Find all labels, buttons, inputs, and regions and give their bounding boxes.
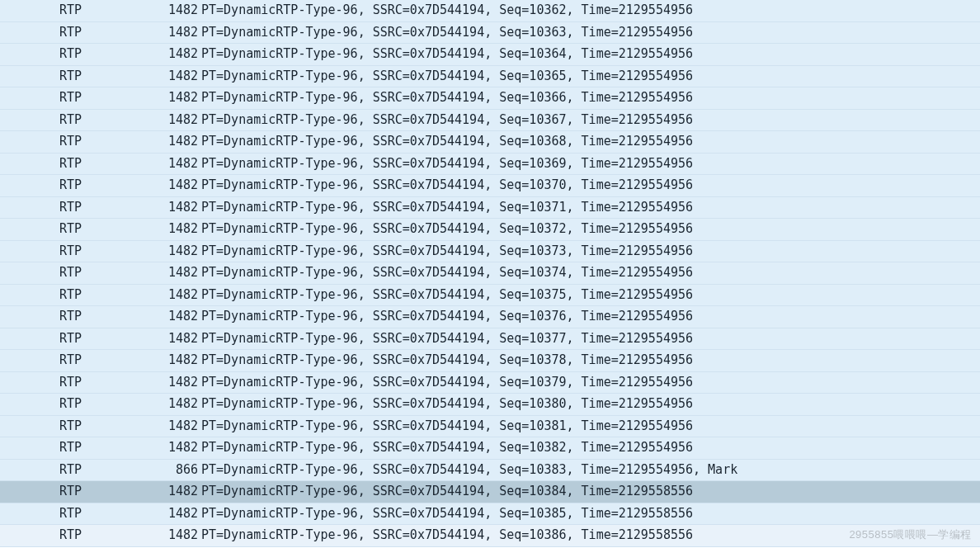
packet-protocol: RTP bbox=[59, 416, 148, 437]
packet-length: 1482 bbox=[148, 154, 200, 175]
packet-info: PT=DynamicRTP-Type-96, SSRC=0x7D544194, … bbox=[200, 481, 980, 503]
packet-row[interactable]: RTP1482PT=DynamicRTP-Type-96, SSRC=0x7D5… bbox=[0, 437, 980, 460]
packet-row[interactable]: RTP1482PT=DynamicRTP-Type-96, SSRC=0x7D5… bbox=[0, 525, 980, 547]
packet-row[interactable]: RTP1482PT=DynamicRTP-Type-96, SSRC=0x7D5… bbox=[0, 503, 980, 526]
packet-length: 1482 bbox=[148, 87, 200, 109]
packet-length: 1482 bbox=[148, 306, 200, 328]
packet-length: 866 bbox=[148, 460, 200, 481]
packet-row[interactable]: RTP1482PT=DynamicRTP-Type-96, SSRC=0x7D5… bbox=[0, 219, 980, 241]
packet-row[interactable]: RTP1482PT=DynamicRTP-Type-96, SSRC=0x7D5… bbox=[0, 481, 980, 503]
packet-length: 1482 bbox=[148, 372, 200, 394]
packet-row[interactable]: RTP1482PT=DynamicRTP-Type-96, SSRC=0x7D5… bbox=[0, 306, 980, 328]
packet-length: 1482 bbox=[148, 22, 200, 44]
packet-protocol: RTP bbox=[59, 22, 148, 44]
packet-row[interactable]: RTP1482PT=DynamicRTP-Type-96, SSRC=0x7D5… bbox=[0, 285, 980, 307]
packet-length: 1482 bbox=[148, 328, 200, 350]
packet-info: PT=DynamicRTP-Type-96, SSRC=0x7D544194, … bbox=[200, 350, 980, 371]
packet-protocol: RTP bbox=[59, 44, 148, 65]
packet-row[interactable]: RTP866PT=DynamicRTP-Type-96, SSRC=0x7D54… bbox=[0, 460, 980, 482]
packet-info: PT=DynamicRTP-Type-96, SSRC=0x7D544194, … bbox=[200, 416, 980, 437]
packet-info: PT=DynamicRTP-Type-96, SSRC=0x7D544194, … bbox=[200, 503, 980, 525]
packet-info: PT=DynamicRTP-Type-96, SSRC=0x7D544194, … bbox=[200, 394, 980, 415]
packet-row[interactable]: RTP1482PT=DynamicRTP-Type-96, SSRC=0x7D5… bbox=[0, 110, 980, 132]
packet-length: 1482 bbox=[148, 437, 200, 459]
packet-protocol: RTP bbox=[59, 306, 148, 328]
packet-info: PT=DynamicRTP-Type-96, SSRC=0x7D544194, … bbox=[200, 328, 980, 350]
packet-row[interactable]: RTP1482PT=DynamicRTP-Type-96, SSRC=0x7D5… bbox=[0, 241, 980, 263]
packet-length: 1482 bbox=[148, 262, 200, 284]
packet-protocol: RTP bbox=[59, 241, 148, 262]
packet-row[interactable]: RTP1482PT=DynamicRTP-Type-96, SSRC=0x7D5… bbox=[0, 22, 980, 45]
packet-protocol: RTP bbox=[59, 175, 148, 196]
packet-info: PT=DynamicRTP-Type-96, SSRC=0x7D544194, … bbox=[200, 460, 980, 481]
packet-row[interactable]: RTP1482PT=DynamicRTP-Type-96, SSRC=0x7D5… bbox=[0, 66, 980, 88]
packet-info: PT=DynamicRTP-Type-96, SSRC=0x7D544194, … bbox=[200, 110, 980, 131]
packet-protocol: RTP bbox=[59, 66, 148, 87]
packet-info: PT=DynamicRTP-Type-96, SSRC=0x7D544194, … bbox=[200, 66, 980, 87]
packet-length: 1482 bbox=[148, 350, 200, 371]
packet-row[interactable]: RTP1482PT=DynamicRTP-Type-96, SSRC=0x7D5… bbox=[0, 262, 980, 285]
packet-protocol: RTP bbox=[59, 197, 148, 219]
packet-info: PT=DynamicRTP-Type-96, SSRC=0x7D544194, … bbox=[200, 372, 980, 394]
packet-length: 1482 bbox=[148, 197, 200, 219]
packet-info: PT=DynamicRTP-Type-96, SSRC=0x7D544194, … bbox=[200, 154, 980, 175]
packet-info: PT=DynamicRTP-Type-96, SSRC=0x7D544194, … bbox=[200, 262, 980, 284]
packet-length: 1482 bbox=[148, 219, 200, 240]
packet-info: PT=DynamicRTP-Type-96, SSRC=0x7D544194, … bbox=[200, 285, 980, 306]
packet-protocol: RTP bbox=[59, 154, 148, 175]
packet-row[interactable]: RTP1482PT=DynamicRTP-Type-96, SSRC=0x7D5… bbox=[0, 131, 980, 154]
packet-row[interactable]: RTP1482PT=DynamicRTP-Type-96, SSRC=0x7D5… bbox=[0, 0, 980, 22]
packet-protocol: RTP bbox=[59, 394, 148, 415]
packet-length: 1482 bbox=[148, 66, 200, 87]
packet-row[interactable]: RTP1482PT=DynamicRTP-Type-96, SSRC=0x7D5… bbox=[0, 87, 980, 110]
packet-row[interactable]: RTP1482PT=DynamicRTP-Type-96, SSRC=0x7D5… bbox=[0, 154, 980, 176]
packet-row[interactable]: RTP1482PT=DynamicRTP-Type-96, SSRC=0x7D5… bbox=[0, 372, 980, 394]
packet-length: 1482 bbox=[148, 394, 200, 415]
packet-row[interactable]: RTP1482PT=DynamicRTP-Type-96, SSRC=0x7D5… bbox=[0, 44, 980, 66]
packet-length: 1482 bbox=[148, 285, 200, 306]
packet-row[interactable]: RTP1482PT=DynamicRTP-Type-96, SSRC=0x7D5… bbox=[0, 416, 980, 438]
packet-length: 1482 bbox=[148, 503, 200, 525]
packet-protocol: RTP bbox=[59, 460, 148, 481]
packet-length: 1482 bbox=[148, 110, 200, 131]
packet-protocol: RTP bbox=[59, 110, 148, 131]
packet-info: PT=DynamicRTP-Type-96, SSRC=0x7D544194, … bbox=[200, 241, 980, 262]
packet-info: PT=DynamicRTP-Type-96, SSRC=0x7D544194, … bbox=[200, 22, 980, 44]
packet-protocol: RTP bbox=[59, 481, 148, 503]
packet-protocol: RTP bbox=[59, 372, 148, 394]
packet-length: 1482 bbox=[148, 44, 200, 65]
packet-length: 1482 bbox=[148, 481, 200, 503]
packet-row[interactable]: RTP1482PT=DynamicRTP-Type-96, SSRC=0x7D5… bbox=[0, 175, 980, 197]
packet-info: PT=DynamicRTP-Type-96, SSRC=0x7D544194, … bbox=[200, 0, 980, 21]
packet-protocol: RTP bbox=[59, 437, 148, 459]
packet-length: 1482 bbox=[148, 525, 200, 546]
packet-info: PT=DynamicRTP-Type-96, SSRC=0x7D544194, … bbox=[200, 44, 980, 65]
packet-list[interactable]: RTP1482PT=DynamicRTP-Type-96, SSRC=0x7D5… bbox=[0, 0, 980, 548]
packet-protocol: RTP bbox=[59, 328, 148, 350]
packet-length: 1482 bbox=[148, 0, 200, 21]
packet-length: 1482 bbox=[148, 131, 200, 153]
packet-protocol: RTP bbox=[59, 131, 148, 153]
packet-length: 1482 bbox=[148, 416, 200, 437]
packet-protocol: RTP bbox=[59, 350, 148, 371]
packet-row[interactable]: RTP1482PT=DynamicRTP-Type-96, SSRC=0x7D5… bbox=[0, 350, 980, 372]
packet-info: PT=DynamicRTP-Type-96, SSRC=0x7D544194, … bbox=[200, 197, 980, 219]
packet-protocol: RTP bbox=[59, 525, 148, 546]
packet-length: 1482 bbox=[148, 241, 200, 262]
packet-info: PT=DynamicRTP-Type-96, SSRC=0x7D544194, … bbox=[200, 175, 980, 196]
packet-info: PT=DynamicRTP-Type-96, SSRC=0x7D544194, … bbox=[200, 87, 980, 109]
packet-protocol: RTP bbox=[59, 285, 148, 306]
packet-row[interactable]: RTP1482PT=DynamicRTP-Type-96, SSRC=0x7D5… bbox=[0, 394, 980, 416]
packet-info: PT=DynamicRTP-Type-96, SSRC=0x7D544194, … bbox=[200, 437, 980, 459]
packet-protocol: RTP bbox=[59, 219, 148, 240]
packet-info: PT=DynamicRTP-Type-96, SSRC=0x7D544194, … bbox=[200, 131, 980, 153]
packet-length: 1482 bbox=[148, 175, 200, 196]
packet-info: PT=DynamicRTP-Type-96, SSRC=0x7D544194, … bbox=[200, 219, 980, 240]
packet-protocol: RTP bbox=[59, 0, 148, 21]
packet-protocol: RTP bbox=[59, 262, 148, 284]
packet-protocol: RTP bbox=[59, 503, 148, 525]
packet-info: PT=DynamicRTP-Type-96, SSRC=0x7D544194, … bbox=[200, 525, 980, 546]
packet-protocol: RTP bbox=[59, 87, 148, 109]
packet-row[interactable]: RTP1482PT=DynamicRTP-Type-96, SSRC=0x7D5… bbox=[0, 197, 980, 220]
packet-row[interactable]: RTP1482PT=DynamicRTP-Type-96, SSRC=0x7D5… bbox=[0, 328, 980, 351]
